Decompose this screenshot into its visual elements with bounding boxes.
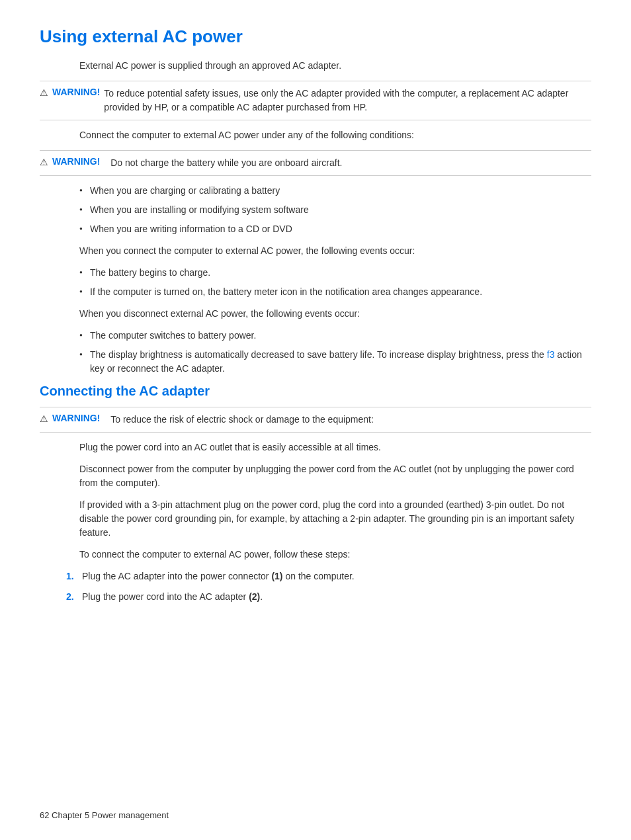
step-1-text: Plug the AC adapter into the power conne… <box>82 571 355 581</box>
warning2-text: Do not charge the battery while you are … <box>110 156 342 170</box>
warning3-box: ⚠ WARNING! To reduce the risk of electri… <box>40 407 591 433</box>
step-2-num: 2. <box>66 590 74 604</box>
warning2-box: ⚠ WARNING! Do not charge the battery whi… <box>40 150 591 176</box>
connect-conditions-text: Connect the computer to external AC powe… <box>79 128 591 142</box>
bullet-conditions-list: When you are charging or calibrating a b… <box>79 184 591 236</box>
step-1-num: 1. <box>66 569 74 583</box>
warning2-icon: ⚠ <box>40 157 48 167</box>
bullet-disconnect-events-list: The computer switches to battery power. … <box>79 329 591 376</box>
list-item: The battery begins to charge. <box>79 266 591 280</box>
step-2-text: Plug the power cord into the AC adapter … <box>82 591 263 602</box>
warning1-icon: ⚠ <box>40 87 48 98</box>
steps-list: 1. Plug the AC adapter into the power co… <box>66 569 591 604</box>
list-item: If the computer is turned on, the batter… <box>79 285 591 299</box>
list-item: When you are charging or calibrating a b… <box>79 184 591 198</box>
disconnect-events-intro: When you disconnect external AC power, t… <box>79 307 591 321</box>
page-footer: 62 Chapter 5 Power management <box>40 810 169 820</box>
list-item: When you are writing information to a CD… <box>79 222 591 236</box>
step-1: 1. Plug the AC adapter into the power co… <box>66 569 591 583</box>
warning2-label: WARNING! <box>52 156 100 167</box>
list-item: The display brightness is automatically … <box>79 348 591 376</box>
bullet-connect-events-list: The battery begins to charge. If the com… <box>79 266 591 299</box>
warning1-text: To reduce potential safety issues, use o… <box>104 87 591 114</box>
section1-title: Using external AC power <box>40 26 591 47</box>
section2-title: Connecting the AC adapter <box>40 384 591 399</box>
step-2: 2. Plug the power cord into the AC adapt… <box>66 590 591 604</box>
list-item: The computer switches to battery power. <box>79 329 591 343</box>
warning3-text: To reduce the risk of electric shock or … <box>110 413 374 427</box>
list-item: When you are installing or modifying sys… <box>79 203 591 217</box>
section2-para1: Plug the power cord into an AC outlet th… <box>79 441 591 454</box>
warning1-box: ⚠ WARNING! To reduce potential safety is… <box>40 81 591 120</box>
connect-events-intro: When you connect the computer to externa… <box>79 244 591 258</box>
section2-para2: Disconnect power from the computer by un… <box>79 462 591 490</box>
warning3-label: WARNING! <box>52 413 100 423</box>
f3-key: f3 <box>547 349 555 360</box>
page-content: Using external AC power External AC powe… <box>40 26 591 604</box>
section1-intro: External AC power is supplied through an… <box>79 59 591 73</box>
steps-intro: To connect the computer to external AC p… <box>79 548 591 562</box>
section2-para3: If provided with a 3-pin attachment plug… <box>79 498 591 540</box>
warning3-icon: ⚠ <box>40 413 48 424</box>
warning1-label: WARNING! <box>52 87 100 97</box>
